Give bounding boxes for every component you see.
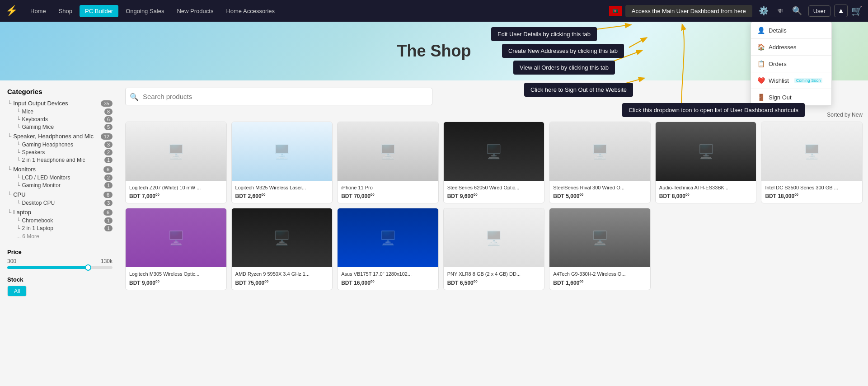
category-input-output[interactable]: └ Input Output Devices 35 [7, 100, 113, 107]
product-image: 🖥️ [656, 122, 756, 181]
language-icon[interactable]: বাং [775, 5, 786, 16]
product-price-sup: 00 [371, 193, 375, 197]
dropdown-details-label: Details [769, 27, 787, 34]
cat-count-chromebook: 1 [104, 217, 113, 224]
dropdown-signout[interactable]: 🚪 Sign Out [751, 89, 831, 105]
product-area: 🔍 Sorted by New 🖥️ Logitech Z207 (White)… [120, 88, 868, 344]
product-price-sup: 00 [474, 193, 478, 197]
product-name: Logitech M305 Wireless Optic... [129, 271, 223, 277]
stock-label: Stock [7, 276, 113, 283]
cat-label-2in1-headphone: 2 in 1 Headphone and Mic [22, 157, 104, 163]
product-card[interactable]: 🖥️ SteelSeries 62050 Wired Optic... BDT … [443, 122, 545, 203]
product-card[interactable]: 🖥️ Asus VB175T 17.0" 1280x102... BDT 16,… [337, 208, 439, 290]
product-price: BDT 1,60000 [553, 279, 647, 286]
product-card[interactable]: 🖥️ iPhone 11 Pro BDT 70,00000 [337, 122, 439, 203]
product-image: 🖥️ [232, 122, 333, 181]
cat-count-mice: 8 [104, 108, 113, 115]
product-card[interactable]: 🖥️ A4Tech G9-330H-2 Wireless O... BDT 1,… [549, 208, 651, 290]
dropdown-wishlist[interactable]: ❤️ Wishlist Coming Soon [751, 72, 831, 89]
product-price-sup: 00 [262, 193, 266, 197]
category-speaker-headphones[interactable]: └ Speaker, Headphones and Mic 12 [7, 133, 113, 140]
category-2in1-headphone[interactable]: └ 2 in 1 Headphone and Mic 1 [7, 157, 113, 163]
product-card[interactable]: 🖥️ PNY XLR8 8 GB (2 x 4 GB) DD... BDT 6,… [443, 208, 545, 290]
category-keyboards[interactable]: └ Keyboards 6 [7, 116, 113, 122]
cat-label-chromebook: Chromebook [22, 217, 104, 224]
flag-icon[interactable]: 🇧🇩 [609, 6, 622, 16]
product-name: Intel DC S3500 Series 300 GB ... [765, 184, 859, 191]
product-info: iPhone 11 Pro BDT 70,00000 [338, 181, 438, 203]
sidebar: Categories └ Input Output Devices 35 └ M… [0, 88, 120, 344]
product-card[interactable]: 🖥️ SteelSeries Rival 300 Wired O... BDT … [549, 122, 651, 203]
category-lcd-led[interactable]: └ LCD / LED Monitors 2 [7, 174, 113, 181]
product-price: BDT 70,00000 [341, 193, 435, 199]
cart-icon[interactable]: 🛒 [851, 5, 863, 16]
product-price: BDT 16,00000 [341, 279, 435, 286]
product-info: SteelSeries Rival 300 Wired O... BDT 5,0… [549, 181, 650, 203]
cat-count-2in1-headphone: 1 [104, 157, 113, 163]
product-card[interactable]: 🖥️ Logitech M325 Wireless Laser... BDT 2… [231, 122, 333, 203]
main-layout: Categories └ Input Output Devices 35 └ M… [0, 80, 868, 352]
product-name: Logitech M325 Wireless Laser... [235, 184, 329, 191]
navbar-right: 🇧🇩 Access the Main User Dashboard from h… [609, 4, 863, 18]
category-gaming-monitor[interactable]: └ Gaming Monitor 1 [7, 182, 113, 188]
category-chromebook[interactable]: └ Chromebook 1 [7, 217, 113, 224]
category-gaming-headphones[interactable]: └ Gaming Headphones 3 [7, 141, 113, 148]
product-image: 🖥️ [549, 122, 650, 181]
product-info: Logitech M305 Wireless Optic... BDT 9,00… [126, 267, 226, 289]
cat-label-input-output: Input Output Devices [13, 100, 101, 107]
product-info: Logitech M325 Wireless Laser... BDT 2,60… [232, 181, 333, 203]
cat-count-gaming-headphones: 3 [104, 141, 113, 148]
cat-count-2in1-laptop: 1 [104, 225, 113, 231]
cat-label-keyboards: Keyboards [22, 116, 104, 122]
stock-filter: Stock All [7, 276, 113, 297]
dropdown-addresses[interactable]: 🏠 Addresses [751, 39, 831, 55]
product-card[interactable]: 🖥️ Audio-Technica ATH-ES33BK ... BDT 8,0… [655, 122, 757, 203]
product-image: 🖥️ [338, 122, 438, 181]
product-card[interactable]: 🖥️ AMD Ryzen 9 5950X 3.4 GHz 1... BDT 75… [231, 208, 333, 290]
category-desktop-cpu[interactable]: └ Desktop CPU 3 [7, 200, 113, 206]
category-speakers[interactable]: └ Speakers 2 [7, 149, 113, 155]
product-card[interactable]: 🖥️ Logitech M305 Wireless Optic... BDT 9… [125, 208, 227, 290]
cat-count-keyboards: 6 [104, 116, 113, 122]
cat-count-gaming-mice: 5 [104, 124, 113, 130]
product-card[interactable]: 🖥️ Logitech Z207 (White) 10 mW ... BDT 7… [125, 122, 227, 203]
product-price-sup: 00 [264, 279, 268, 283]
price-slider-thumb[interactable] [85, 264, 91, 271]
category-mice[interactable]: └ Mice 8 [7, 108, 113, 115]
price-slider-track[interactable] [7, 266, 113, 269]
categories-title: Categories [7, 88, 113, 95]
stock-all-button[interactable]: All [8, 286, 26, 296]
product-info: Asus VB175T 17.0" 1280x102... BDT 16,000… [338, 267, 438, 289]
cat-label-speaker: Speaker, Headphones and Mic [13, 133, 101, 140]
category-gaming-mice[interactable]: └ Gaming Mice 5 [7, 124, 113, 130]
product-info: Intel DC S3500 Series 300 GB ... BDT 18,… [761, 181, 862, 203]
category-2in1-laptop[interactable]: └ 2 in 1 Laptop 1 [7, 225, 113, 231]
product-price: BDT 75,00000 [235, 279, 329, 286]
nav-new-products[interactable]: New Products [171, 5, 219, 17]
user-button[interactable]: User [808, 5, 830, 17]
cat-label-monitors: Monitors [13, 166, 103, 173]
nav-home-accessories[interactable]: Home Accessories [221, 5, 280, 17]
cat-count-cpu: 6 [103, 192, 113, 198]
nav-ongoing-sales[interactable]: Ongoing Sales [120, 5, 169, 17]
product-price: BDT 5,00000 [553, 193, 647, 199]
cat-count-speaker: 12 [101, 133, 113, 140]
product-card[interactable]: 🖥️ Intel DC S3500 Series 300 GB ... BDT … [761, 122, 863, 203]
category-laptop[interactable]: └ Laptop 6 [7, 209, 113, 216]
product-info: Logitech Z207 (White) 10 mW ... BDT 7,00… [126, 181, 226, 203]
settings-icon[interactable]: ⚙️ [756, 4, 771, 18]
category-monitors[interactable]: └ Monitors 6 [7, 166, 113, 173]
nav-shop[interactable]: Shop [53, 5, 78, 17]
navbar: ⚡ Home Shop PC Builder Ongoing Sales New… [0, 0, 868, 22]
price-max: 130k [101, 258, 113, 264]
search-input[interactable] [125, 88, 432, 105]
search-icon[interactable]: 🔍 [789, 4, 805, 18]
nav-pc-builder[interactable]: PC Builder [80, 5, 118, 17]
dropdown-orders[interactable]: 📋 Orders [751, 56, 831, 72]
nav-home[interactable]: Home [25, 5, 52, 17]
dropdown-arrow-icon[interactable]: ▲ [834, 5, 848, 17]
more-categories-link[interactable]: ... 6 More [7, 233, 113, 240]
dropdown-details[interactable]: 👤 Details [751, 22, 831, 38]
product-name: A4Tech G9-330H-2 Wireless O... [553, 271, 647, 277]
category-cpu[interactable]: └ CPU 6 [7, 191, 113, 198]
